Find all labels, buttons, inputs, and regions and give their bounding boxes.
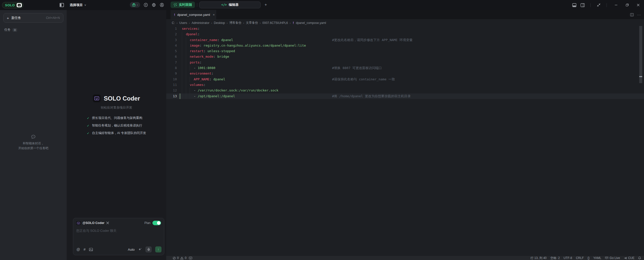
tab-editor-mode[interactable]: </> 编辑器 bbox=[199, 2, 261, 8]
split-editor-icon[interactable] bbox=[630, 13, 634, 16]
code-text: environment: bbox=[182, 71, 213, 76]
code-comment: #请保持此名称与 container_name 一致 bbox=[332, 77, 395, 82]
tasks-header: 任务 0 bbox=[4, 28, 17, 32]
new-task-button[interactable]: + 新任务 Ctrl+Alt+N bbox=[3, 13, 63, 23]
task-sidebar: + 新任务 Ctrl+Alt+N 任务 0 和智能体对话， 开始你的第一个任务吧 bbox=[0, 10, 67, 260]
code-line[interactable]: 4 image: registry.cn-hangzhou.aliyuncs.c… bbox=[166, 43, 644, 48]
maximize-button[interactable] bbox=[623, 2, 631, 9]
errors-count: 0 bbox=[177, 256, 179, 260]
cue-label: CUE bbox=[628, 256, 634, 260]
send-button[interactable]: ↑ bbox=[155, 246, 162, 252]
enhance-prompt-icon[interactable] bbox=[138, 248, 142, 251]
editor-scrollbar[interactable] bbox=[639, 26, 642, 256]
language-mode[interactable]: YAML bbox=[593, 256, 601, 260]
tab-live-follow-label: 实时跟随 bbox=[179, 3, 192, 7]
go-live-label: Go Live bbox=[610, 256, 620, 260]
microphone-button[interactable] bbox=[145, 246, 152, 252]
notifications-bell[interactable] bbox=[638, 256, 641, 259]
status-problems[interactable]: 0 0 bbox=[166, 256, 192, 260]
breadcrumb-item[interactable]: Users bbox=[179, 21, 187, 25]
feedback-button[interactable] bbox=[143, 3, 148, 7]
cursor-position[interactable]: 行 13, 列 40 bbox=[531, 256, 547, 260]
editor-region: ! dpanel_compose.yaml × ··· C:›Users›Adm… bbox=[166, 10, 644, 256]
breadcrumb-item[interactable]: !dpanel_compose.yaml bbox=[292, 21, 326, 25]
context-icon[interactable]: # bbox=[84, 247, 86, 251]
mention-icon[interactable]: @ bbox=[76, 247, 80, 251]
code-line[interactable]: 2 dpanel: bbox=[166, 31, 644, 37]
code-line[interactable]: 12 - /var/run/docker.sock:/var/run/docke… bbox=[166, 88, 644, 93]
robot-panel-icon bbox=[189, 257, 192, 259]
breadcrumb-separator-icon: › bbox=[211, 21, 212, 24]
tools-icon[interactable] bbox=[106, 221, 109, 224]
code-line[interactable]: 7 ports: bbox=[166, 60, 644, 65]
line-number: 1 bbox=[168, 26, 177, 31]
chat-input-footer: @ # Auto ↑ bbox=[73, 244, 164, 255]
breadcrumb-item[interactable]: Desktop bbox=[214, 21, 225, 25]
bell-icon bbox=[638, 256, 641, 259]
indentation[interactable]: 空格: 2 bbox=[550, 256, 560, 260]
divider bbox=[607, 3, 607, 7]
code-line[interactable]: 9 environment: bbox=[166, 71, 644, 76]
close-tab-icon[interactable]: × bbox=[213, 13, 215, 17]
code-line[interactable]: 11 volumes: bbox=[166, 82, 644, 88]
code-area[interactable]: 1services:2 dpanel:3 container_name: dpa… bbox=[166, 26, 644, 99]
chat-bubble-icon bbox=[31, 135, 35, 139]
breadcrumb-item[interactable]: 0007.6CT5IUHPL6 bbox=[262, 21, 288, 25]
welcome-header: SOLO Coder bbox=[93, 94, 140, 102]
minimize-button[interactable] bbox=[612, 2, 620, 9]
toggle-secondary-sidebar-icon[interactable] bbox=[580, 3, 585, 8]
code-line[interactable]: 13 - /opt/dpanel:/dpanel#将 /home/dpanel … bbox=[166, 93, 644, 99]
tab-editor-mode-label: 编辑器 bbox=[229, 3, 238, 7]
eol-sequence[interactable]: CRLF bbox=[576, 256, 584, 260]
code-line[interactable]: 10 APP_NAME: dpanel#请保持此名称与 container_na… bbox=[166, 77, 644, 82]
feature-list: ✓擅长项目迭代、问题修复与架构重构✓智能任务规划，确认后精准推进执行✓自主编排智… bbox=[87, 116, 146, 135]
new-task-shortcut: Ctrl+Alt+N bbox=[46, 16, 60, 20]
check-icon: ✓ bbox=[87, 124, 89, 127]
line-number: 5 bbox=[168, 48, 177, 54]
bracket-pair-icon[interactable]: {} bbox=[587, 256, 589, 260]
encoding[interactable]: UTF-8 bbox=[564, 256, 572, 260]
divider bbox=[197, 3, 197, 7]
gear-icon[interactable] bbox=[151, 3, 156, 7]
solo-logo[interactable]: SOLO bbox=[2, 2, 23, 8]
go-live[interactable]: Go Live bbox=[605, 256, 620, 260]
feature-item: ✓自主编排智能体，AI 专家团队协同开发 bbox=[87, 131, 146, 135]
breadcrumb-item[interactable]: 博客备份 bbox=[229, 21, 242, 25]
plan-toggle[interactable] bbox=[152, 221, 161, 225]
add-tab-button[interactable]: + bbox=[263, 2, 269, 8]
editor-tab-active[interactable]: ! dpanel_compose.yaml × bbox=[171, 10, 216, 19]
toggle-panel-icon[interactable] bbox=[572, 3, 577, 8]
agent-name[interactable]: @SOLO Coder bbox=[83, 221, 104, 225]
errors-icon bbox=[173, 257, 176, 259]
breadcrumb-item[interactable]: Administrator bbox=[192, 21, 210, 25]
code-comment: #将 /home/dpanel 更改为你想要挂载的宿主机目录 bbox=[332, 93, 411, 99]
overview-ruler-cursor-mark bbox=[639, 76, 642, 77]
breadcrumb-item[interactable]: C: bbox=[172, 21, 175, 25]
account-icon[interactable] bbox=[159, 3, 164, 7]
code-line[interactable]: 6 network_mode: bridge bbox=[166, 54, 644, 59]
code-line[interactable]: 8 - 1001:8080#替换 8807 可更改面板访问端口 bbox=[166, 65, 644, 71]
chat-input-box: @SOLO Coder Plan @ # Auto bbox=[73, 218, 164, 255]
sidebar-toggle-icon[interactable] bbox=[60, 3, 64, 7]
gift-button[interactable]: › bbox=[130, 2, 140, 8]
code-line[interactable]: 1services: bbox=[166, 26, 644, 31]
collapse-layout-icon[interactable] bbox=[596, 3, 601, 8]
code-comment: #更改此名称后，请同步修改下方 APP_NAME 环境变量 bbox=[332, 37, 413, 43]
tab-live-follow[interactable]: 实时跟随 bbox=[171, 2, 195, 8]
close-button[interactable] bbox=[634, 2, 642, 9]
chat-message-input[interactable] bbox=[76, 229, 161, 242]
breadcrumb-separator-icon: › bbox=[177, 21, 178, 24]
code-text: network_mode: bridge bbox=[182, 54, 229, 59]
code-line[interactable]: 3 container_name: dpanel#更改此名称后，请同步修改下方 … bbox=[166, 37, 644, 43]
scrollbar-thumb[interactable] bbox=[639, 26, 642, 83]
cue-extension[interactable]: CUE bbox=[624, 256, 634, 260]
project-selector[interactable]: 选择项目 ˅ bbox=[70, 3, 86, 7]
code-line[interactable]: 5 restart: unless-stopped bbox=[166, 48, 644, 54]
code-text: - /opt/dpanel:/dpanel bbox=[182, 93, 235, 99]
line-number: 9 bbox=[168, 71, 177, 76]
image-attach-icon[interactable] bbox=[89, 248, 93, 251]
welcome-subtitle: 轻松应对复杂项目开发 bbox=[101, 106, 132, 110]
more-actions-icon[interactable]: ··· bbox=[637, 13, 641, 17]
breadcrumb-item[interactable]: 文章备份 bbox=[246, 21, 258, 25]
model-selector[interactable]: Auto bbox=[128, 248, 135, 251]
